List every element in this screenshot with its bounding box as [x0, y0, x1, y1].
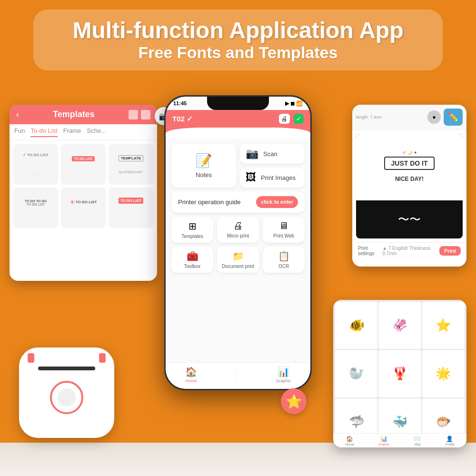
ocean-nav-mail[interactable]: ✉️ Mail	[414, 436, 421, 446]
tab-frame[interactable]: Frame	[63, 127, 81, 137]
printer-ear-left	[28, 353, 34, 363]
tablet-title: Templates	[23, 109, 125, 119]
printer-ear-right	[99, 353, 106, 363]
ocean-nav-home[interactable]: 🏠 Home	[345, 436, 354, 446]
check-icon[interactable]: ✓	[294, 114, 304, 124]
template-card-4[interactable]: TO DO TO DO TO DO LIST	[13, 188, 58, 228]
scan-button[interactable]: 📷 Scan	[240, 144, 305, 164]
notes-button[interactable]: 📝 Notes	[171, 144, 236, 188]
scan-icon: 📷	[246, 148, 258, 160]
ocean-cell-4[interactable]: 🦭	[335, 350, 377, 397]
panel-print-row: Print settings ▲ 7 English Thickness 0.7…	[352, 242, 466, 259]
docprint-app[interactable]: 📁 Document print	[217, 247, 259, 273]
ocean-cell-1[interactable]: 🐠	[335, 302, 377, 349]
template-card-3[interactable]: TEMPLATE No.9788331467	[109, 144, 153, 185]
right-panel-bottom: 🐠 🦑 ⭐ 🦭 🦞 🌟 🦈 🐳 🐡 🏠 Home 📊 Graphic ✉️ Ma…	[333, 300, 466, 447]
printweb-app[interactable]: 🖥 Print Web	[263, 217, 305, 243]
nav-home[interactable]: 🏠 Home	[185, 366, 197, 383]
scan-label: Scan	[263, 150, 278, 158]
templates-icon: ⊞	[188, 220, 197, 232]
ocean-home-label: Home	[345, 443, 354, 446]
grid-icon-1[interactable]	[129, 110, 138, 119]
ocr-app[interactable]: 📋 OCR	[263, 247, 305, 273]
toolbox-icon: 🧰	[187, 250, 198, 262]
ocean-cell-3[interactable]: ⭐	[422, 302, 465, 349]
phone-app-header: T02 ✓ 🖨 ✓	[166, 110, 310, 128]
print-button[interactable]: Print	[439, 246, 461, 256]
print-images-button[interactable]: 🖼 Print Images	[240, 168, 305, 188]
printer-device	[19, 347, 124, 452]
ocean-grid: 🐠 🦑 ⭐ 🦭 🦞 🌟 🦈 🐳 🐡	[333, 300, 466, 447]
template-card-1[interactable]: ✓ TO DO LIST ♡ ♡	[13, 144, 58, 185]
tab-sche[interactable]: Sche...	[87, 127, 106, 137]
printer-guide-row: Printer operation guide click to enter	[171, 191, 305, 213]
print-images-label: Print Images	[261, 174, 296, 181]
click-to-enter-button[interactable]: click to enter	[256, 196, 298, 208]
templates-app[interactable]: ⊞ Templates	[171, 217, 213, 243]
tablet-tabs: Fun To-do List Frame Sche...	[10, 124, 157, 140]
templates-label: Templates	[181, 234, 203, 239]
ocean-graphic-label: Graphic	[378, 443, 390, 446]
phone-app-title: T02 ✓	[172, 115, 193, 123]
tablet-icons	[129, 110, 150, 119]
phone-header-icons: 🖨 ✓	[279, 114, 304, 124]
star-badge[interactable]: ⭐	[281, 388, 307, 414]
notes-icon: 📝	[196, 153, 212, 169]
panel-camera-btn[interactable]: ●	[427, 110, 441, 124]
ocean-cell-5[interactable]: 🦞	[378, 350, 421, 397]
template-grid: ✓ TO DO LIST ♡ ♡ TO DO LIST TEMPLATE No	[10, 140, 157, 232]
right-panel-top: length: 7.4cm ● ✏️ 🪐 🌙 ★ JUST DO IT NICE…	[352, 105, 466, 267]
phone-screen: 11:45 ▶ ◼ 📶 T02 ✓ 🖨 ✓ 📝 Notes	[166, 97, 310, 389]
nice-day-text: NICE DAY!	[395, 176, 424, 182]
ocean-nav-graphic[interactable]: 📊 Graphic	[378, 436, 390, 446]
note-decorative: 🪐 🌙 ★ JUST DO IT NICE DAY! 〜〜	[356, 134, 463, 238]
header-banner: Multi-function Application App Free Font…	[33, 10, 443, 70]
panel-edit-button[interactable]: ✏️	[444, 109, 463, 126]
printer-inner-circle	[58, 388, 76, 407]
phone-notch	[207, 97, 269, 110]
toolbox-label: Toolbox	[184, 264, 200, 269]
docprint-label: Document print	[222, 264, 254, 269]
tab-fun[interactable]: Fun	[14, 127, 25, 137]
ocean-nav-profile[interactable]: 👤 Profile	[445, 436, 455, 446]
printer-guide-label: Printer operation guide	[178, 198, 241, 206]
ocean-cell-2[interactable]: 🦑	[378, 302, 421, 349]
microprint-label: Micro print	[227, 233, 249, 238]
nav-graphic[interactable]: 📊 Graphic	[276, 366, 291, 383]
panel-settings-text: length: 7.4cm	[356, 115, 425, 119]
printer-circle	[50, 381, 83, 414]
center-phone: 11:45 ▶ ◼ 📶 T02 ✓ 🖨 ✓ 📝 Notes	[164, 95, 312, 390]
header-title: Multi-function Application App	[52, 18, 424, 43]
template-card-6[interactable]: TO DO LIST	[109, 188, 153, 228]
print-images-icon: 🖼	[246, 171, 256, 184]
notes-label: Notes	[196, 171, 212, 178]
grid-icon-2[interactable]	[141, 110, 150, 119]
ocean-cell-6[interactable]: 🌟	[422, 350, 465, 397]
panel-note-area: 🪐 🌙 ★ JUST DO IT NICE DAY! 〜〜	[352, 130, 466, 242]
microprint-icon: 🖨	[233, 220, 243, 231]
template-card-2[interactable]: TO DO LIST	[61, 144, 106, 185]
cloud-decoration	[166, 128, 310, 139]
microprint-app[interactable]: 🖨 Micro print	[217, 217, 259, 243]
action-right-col: 📷 Scan 🖼 Print Images	[240, 144, 305, 188]
printer-body	[19, 347, 114, 438]
printer-slot	[38, 367, 95, 370]
star-icon: ⭐	[286, 394, 302, 409]
panel-header-row: length: 7.4cm ● ✏️	[352, 105, 466, 130]
status-icons: ▶ ◼ 📶	[285, 100, 303, 107]
back-button[interactable]: ‹	[16, 109, 19, 119]
template-card-5[interactable]: 🌸 TO DO LIST	[61, 188, 106, 228]
graphic-icon: 📊	[278, 366, 289, 377]
printweb-label: Print Web	[273, 233, 294, 238]
tab-todo[interactable]: To-do List	[30, 127, 57, 137]
status-time: 11:45	[173, 100, 187, 106]
ocean-mail-icon: ✉️	[414, 436, 421, 442]
ocr-label: OCR	[278, 264, 289, 269]
printweb-icon: 🖥	[279, 220, 288, 231]
home-label: Home	[186, 378, 197, 383]
print-settings-arrow: ▲ 7 English Thickness 0.7mm	[382, 246, 439, 256]
print-icon[interactable]: 🖨	[279, 114, 290, 124]
wave-icon: 〜〜	[398, 212, 421, 227]
toolbox-app[interactable]: 🧰 Toolbox	[171, 247, 213, 273]
nav-divider	[236, 367, 237, 382]
